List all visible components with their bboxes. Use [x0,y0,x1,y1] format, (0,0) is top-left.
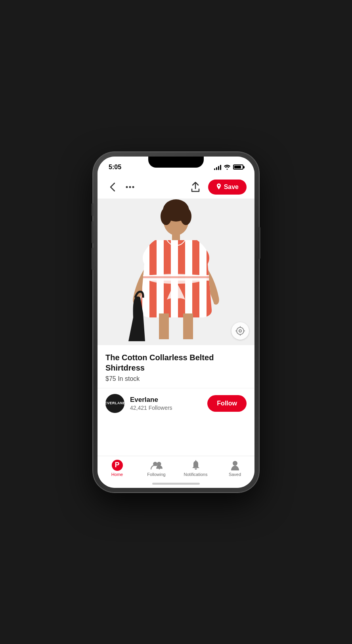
seller-avatar-text: EVERLANE [105,401,126,405]
share-icon [191,182,200,192]
notch [148,157,204,168]
status-icons [214,164,243,170]
ellipsis-icon [126,186,134,188]
following-tab-icon [151,460,163,470]
seller-name: Everlane [130,396,207,404]
follow-button[interactable]: Follow [207,395,247,412]
svg-rect-18 [143,276,209,278]
product-price: $75 In stock [105,375,247,382]
nav-right-actions: Save [188,180,247,195]
battery-icon [233,164,243,170]
svg-rect-19 [159,313,169,339]
tab-home[interactable]: P Home [98,460,137,477]
person-icon [231,460,239,470]
tab-saved[interactable]: Saved [215,460,254,477]
product-info: The Cotton Collarless Belted Shirtdress … [98,345,254,388]
volume-down-button [92,248,93,270]
saved-tab-label: Saved [229,472,241,477]
back-button[interactable] [105,180,120,194]
phone-screen: 5:05 [98,157,254,488]
svg-point-2 [132,186,134,188]
home-tab-icon: P [111,460,123,470]
phone-frame: 5:05 [93,152,259,493]
product-title: The Cotton Collarless Belted Shirtdress [105,352,247,373]
home-indicator [152,483,200,485]
visual-search-button[interactable] [231,322,249,340]
notifications-tab-label: Notifications [184,472,208,477]
notifications-tab-icon [190,460,202,470]
seller-info: Everlane 42,421 Followers [130,396,207,411]
following-tab-label: Following [147,472,165,477]
svg-point-22 [239,330,241,332]
svg-point-8 [169,200,183,214]
visual-search-icon [235,326,245,336]
navigation-bar: Save [98,176,254,199]
svg-rect-9 [172,233,180,241]
signal-icon [214,164,221,170]
svg-point-30 [233,461,237,466]
bell-icon [191,460,201,470]
following-icon [151,461,163,470]
tab-following[interactable]: Following [137,460,176,477]
seller-followers: 42,421 Followers [130,405,207,411]
mute-button [92,203,93,216]
pinterest-logo-icon: P [112,460,123,471]
more-options-button[interactable] [123,180,137,194]
wifi-icon [224,164,231,170]
seller-row: EVERLANE Everlane 42,421 Followers Follo… [98,388,254,419]
save-button[interactable]: Save [208,180,247,195]
power-button [259,227,260,259]
saved-tab-icon [229,460,241,470]
product-image [98,199,254,345]
svg-point-0 [126,186,128,188]
pin-icon [216,183,222,191]
svg-rect-20 [183,313,193,339]
svg-point-1 [129,186,131,188]
tab-notifications[interactable]: Notifications [176,460,215,477]
seller-avatar[interactable]: EVERLANE [105,394,124,413]
svg-point-21 [237,327,244,334]
volume-up-button [92,221,93,243]
status-time: 5:05 [109,164,121,171]
share-button[interactable] [188,180,203,194]
dress-illustration [98,199,254,345]
home-tab-label: Home [111,472,123,477]
chevron-left-icon [110,183,115,191]
